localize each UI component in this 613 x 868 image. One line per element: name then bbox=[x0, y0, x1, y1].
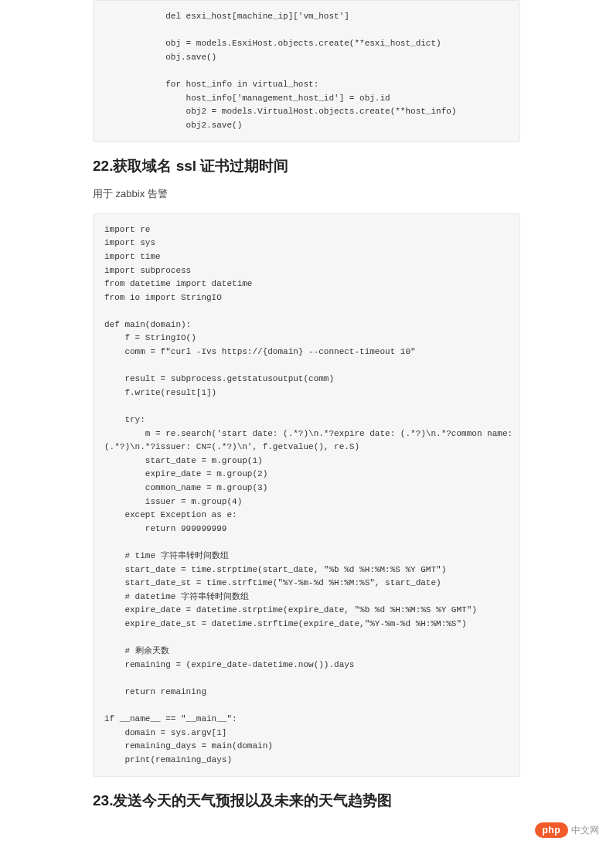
watermark-text: 中文网 bbox=[571, 824, 599, 837]
code-block-ssl: import re import sys import time import … bbox=[93, 213, 520, 778]
heading-22: 22.获取域名 ssl 证书过期时间 bbox=[93, 156, 520, 177]
watermark: php 中文网 bbox=[535, 822, 600, 838]
article-content: del esxi_host[machine_ip]['vm_host'] obj… bbox=[0, 0, 613, 852]
paragraph-22: 用于 zabbix 告警 bbox=[93, 186, 520, 203]
watermark-badge: php bbox=[535, 822, 569, 838]
heading-23: 23.发送今天的天气预报以及未来的天气趋势图 bbox=[93, 791, 520, 812]
code-block-esxi: del esxi_host[machine_ip]['vm_host'] obj… bbox=[93, 0, 520, 142]
